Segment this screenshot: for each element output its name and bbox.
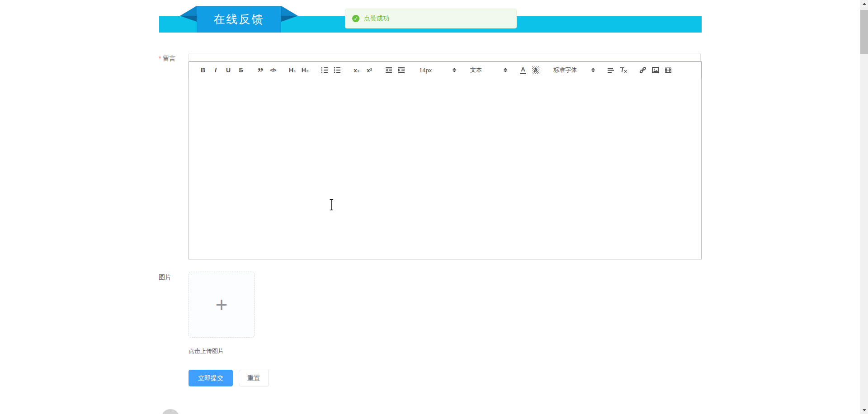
success-toast: ✓ 点赞成功 (345, 9, 517, 28)
online-feedback-page: 在线反馈 ✓ 点赞成功 *留言 B I U S ” </> H₁ H₂ (0, 0, 868, 414)
updown-arrows-icon (453, 68, 456, 72)
format-group-media (637, 65, 675, 75)
paragraph-style-picker[interactable]: 文本 (466, 65, 510, 75)
format-group-misc (604, 65, 630, 75)
font-family-picker[interactable]: 标准字体 (549, 65, 598, 75)
reset-button[interactable]: 重置 (239, 370, 269, 386)
clean-format-icon (619, 66, 627, 74)
superscript-button[interactable]: x² (363, 65, 376, 75)
blockquote-button[interactable]: ” (254, 62, 267, 78)
format-group-inline: B I U S (197, 65, 247, 75)
text-cursor (329, 199, 334, 212)
ordered-list-icon (321, 66, 329, 74)
bullet-list-button[interactable] (331, 65, 344, 75)
format-group-header: H₁ H₂ (286, 65, 311, 75)
format-group-indent (382, 65, 408, 75)
outdent-icon (385, 66, 393, 74)
background-color-button[interactable]: A (529, 65, 542, 75)
message-label: *留言 (159, 55, 175, 63)
text-color-icon: A (520, 66, 525, 74)
bold-button[interactable]: B (197, 65, 209, 75)
clean-format-button[interactable] (617, 65, 630, 75)
editor-content-area[interactable] (189, 78, 702, 259)
align-button[interactable] (604, 65, 617, 75)
indent-icon (397, 66, 406, 74)
paragraph-style-value: 文本 (470, 66, 482, 74)
strike-button[interactable]: S (235, 65, 247, 75)
outdent-button[interactable] (382, 65, 395, 75)
upload-hint: 点击上传图片 (189, 347, 224, 355)
scroll-up-button[interactable] (860, 0, 868, 8)
scroll-down-button[interactable] (860, 406, 868, 414)
format-group-size: 14px (415, 65, 459, 75)
format-group-block: ” </> (254, 62, 279, 78)
underline-button[interactable]: U (222, 65, 235, 75)
avatar (161, 409, 179, 414)
required-mark: * (159, 55, 161, 62)
editor-top-input[interactable] (189, 53, 701, 61)
submit-button[interactable]: 立即提交 (189, 370, 233, 386)
bullet-list-icon (333, 66, 341, 74)
ribbon-right-wing (281, 6, 298, 16)
ribbon-right-fold (281, 16, 298, 22)
align-icon (607, 66, 615, 74)
page-title-ribbon: 在线反馈 (197, 6, 281, 33)
ordered-list-button[interactable] (318, 65, 331, 75)
updown-arrows-icon (591, 68, 595, 72)
header2-button[interactable]: H₂ (299, 65, 311, 75)
success-check-icon: ✓ (352, 15, 359, 22)
arrow-down-icon (863, 409, 866, 411)
format-group-script: x₂ x² (350, 65, 376, 75)
italic-button[interactable]: I (209, 65, 222, 75)
header1-button[interactable]: H₁ (286, 65, 299, 75)
image-label: 图片 (159, 273, 171, 282)
ribbon-left-wing (180, 6, 197, 16)
subscript-button[interactable]: x₂ (350, 65, 363, 75)
video-button[interactable] (662, 65, 675, 75)
format-group-list (318, 65, 344, 75)
toast-message: 点赞成功 (364, 14, 389, 23)
vertical-scrollbar[interactable] (860, 0, 868, 414)
text-color-button[interactable]: A (517, 65, 529, 75)
font-family-value: 标准字体 (553, 66, 577, 74)
link-icon (639, 66, 647, 74)
arrow-up-icon (863, 3, 866, 5)
format-group-color: A A (517, 65, 542, 75)
video-icon (664, 66, 672, 74)
code-block-button[interactable]: </> (267, 65, 279, 75)
background-color-icon: A (532, 66, 539, 74)
font-size-value: 14px (419, 67, 432, 74)
image-icon (651, 66, 660, 74)
format-group-font: 标准字体 (549, 65, 598, 75)
page-title: 在线反馈 (214, 12, 264, 27)
format-group-paragraph: 文本 (466, 65, 510, 75)
updown-arrows-icon (504, 68, 507, 72)
font-size-picker[interactable]: 14px (415, 65, 459, 75)
ribbon-left-fold (180, 16, 197, 22)
image-upload-box[interactable]: + (189, 272, 255, 338)
editor-toolbar: B I U S ” </> H₁ H₂ (189, 61, 702, 79)
message-label-text: 留言 (163, 55, 175, 62)
plus-icon: + (216, 294, 228, 315)
scrollbar-thumb[interactable] (860, 10, 868, 54)
indent-button[interactable] (395, 65, 408, 75)
image-button[interactable] (649, 65, 662, 75)
link-button[interactable] (637, 65, 649, 75)
